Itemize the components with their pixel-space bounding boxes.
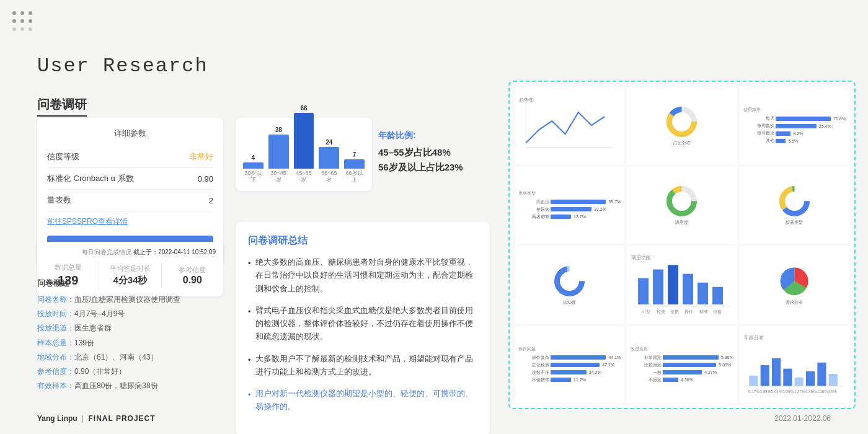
dots-decoration — [12, 11, 33, 32]
mini-bar-row: 糖尿病37.2% — [518, 206, 621, 213]
hbar3-title: 操作问题 — [518, 346, 621, 352]
bar-label-2: 45~55岁 — [294, 170, 314, 184]
svg-rect-15 — [638, 278, 649, 304]
mini-bar-fill — [776, 139, 786, 143]
chart-cell-hbar3: 操作问题 操作复杂44.1% 忘记检测47.2% 读数不准34.2% 不便携带1… — [515, 326, 624, 404]
bar-count-2: 66 — [300, 105, 307, 112]
svg-text:精准: 精准 — [699, 309, 708, 314]
spss-link[interactable]: 前往SPSSPRO查看详情 — [47, 216, 213, 227]
mini-bars-4: 改进意愿 非常愿意5.36% 比较愿意5.09% 一般4.27% 不愿意4.36… — [629, 345, 734, 384]
bar-chart-area: 4 30岁以下 38 30~45岁 66 45~55岁 24 56~65岁 7 — [243, 128, 365, 184]
summary-text-1: 臂式电子血压仪和指尖采血式血糖仪是绝大多数患者目前使用的检测仪器，整体评价体验较… — [255, 304, 477, 344]
svg-rect-17 — [668, 265, 678, 304]
summary-text-3: 用户对新一代检测仪器的期望是小型的、轻便的、可携带的、易操作的。 — [255, 388, 477, 414]
footer: Yang Linpu | FINAL PROJECT — [37, 414, 156, 423]
mini-bar-fill — [776, 117, 831, 121]
line-chart-svg: 趋势图 — [517, 89, 622, 162]
svg-rect-34 — [794, 377, 803, 386]
svg-rect-16 — [653, 270, 663, 304]
svg-text:3.9%: 3.9% — [828, 389, 837, 394]
footer-name: Yang Linpu — [37, 414, 78, 423]
svg-text:4.18%: 4.18% — [817, 389, 828, 394]
mini-bar-val: 44.1% — [608, 355, 621, 360]
bar-chart-panel: 4 30岁以下 38 30~45岁 66 45~55岁 24 56~65岁 7 — [236, 118, 372, 191]
mini-bar-fill — [776, 131, 791, 136]
mini-bar-label: 其他 — [743, 138, 774, 144]
bullet-0: • — [248, 257, 250, 270]
chart-cell-hbar4: 改进意愿 非常愿意5.36% 比较愿意5.09% 一般4.27% 不愿意4.36… — [627, 326, 737, 404]
mini-bar-label: 一般 — [631, 370, 662, 376]
stats-label: 每日问卷完成情况 — [82, 248, 131, 257]
mini-bar-label: 不便携带 — [518, 377, 549, 383]
pie-svg — [777, 264, 812, 298]
mini-bar-val: 25.4% — [819, 124, 831, 128]
mini-bar-row: 读数不准34.2% — [518, 370, 621, 376]
detail-panel-title: 详细参数 — [47, 128, 213, 139]
mini-bar-label: 比较愿意 — [631, 362, 662, 368]
detail-row-reliability: 信度等级 非常好 — [47, 146, 213, 168]
chart-cell-donut-green: 满意度 — [627, 167, 737, 244]
bar-count-4: 7 — [353, 151, 356, 158]
mini-bar-row: 不便携带11.7% — [518, 377, 621, 383]
mini-bar-fill — [551, 363, 600, 367]
age-info-title: 年龄比例: — [378, 130, 490, 141]
svg-text:价格: 价格 — [713, 309, 722, 314]
mini-bar-val: 71.8% — [833, 117, 846, 121]
mini-bar-fill — [663, 370, 702, 374]
mini-bar-fill — [551, 207, 591, 211]
svg-text:便携: 便携 — [671, 309, 680, 314]
reliability-value: 非常好 — [189, 151, 213, 162]
vbar-svg: 期望功能 小型 轻便 便携 操作 精准 价格 — [629, 249, 734, 321]
bar-fill-0 — [243, 162, 264, 169]
svg-rect-37 — [828, 374, 837, 386]
pie-label: 需求分布 — [786, 299, 803, 306]
mini-bar-row: 比较愿意5.09% — [631, 362, 733, 368]
bar-fill-4 — [344, 159, 365, 169]
mini-bar-row: 非常愿意5.36% — [631, 355, 733, 361]
donut-multi-label: 仪器类型 — [786, 219, 803, 226]
mini-bar-fill — [551, 378, 571, 382]
summary-item-3: • 用户对新一代检测仪器的期望是小型的、轻便的、可携带的、易操作的。 — [248, 388, 477, 414]
bar-item-2: 66 45~55岁 — [294, 105, 314, 184]
mini-bar-label: 高血压 — [518, 199, 549, 205]
mini-bar-row: 操作复杂44.1% — [518, 355, 621, 361]
donut-yellow-svg — [665, 105, 699, 139]
bullet-1: • — [248, 306, 250, 319]
mini-bar-row: 忘记检测47.2% — [518, 362, 621, 368]
mini-bar-row: 其他5.5% — [743, 138, 846, 144]
svg-text:年龄分布: 年龄分布 — [743, 334, 763, 340]
donut-yellow-label: 占比分布 — [673, 140, 691, 146]
bar-label-0: 30岁以下 — [243, 170, 264, 184]
mini-bar-fill — [551, 355, 606, 360]
mini-bar-row: 每月数次8.2% — [743, 130, 846, 136]
dot — [29, 27, 32, 31]
footer-date: 2022.01-2022.06 — [774, 414, 831, 423]
bar-item-1: 38 30~45岁 — [268, 126, 289, 184]
footer-project: FINAL PROJECT — [88, 414, 155, 423]
chart-cell-hbar1: 使用频率 每天71.8% 每周数次25.4% 每月数次8.2% 其他5.5% — [740, 87, 849, 164]
stats-header: 每日问卷完成情况 截止于：2022-04-11 10:52:09 — [37, 248, 223, 257]
hbar1-title: 使用频率 — [743, 107, 846, 113]
total-label: 数据总量 — [42, 263, 94, 272]
svg-text:6.17%: 6.17% — [748, 389, 760, 394]
mini-bar-row: 每天71.8% — [743, 115, 846, 122]
scale-value: 2 — [209, 196, 213, 205]
mini-bar-val: 59.7% — [608, 200, 621, 204]
chart-cell-donut-multi: 仪器类型 — [740, 167, 849, 244]
mini-bar-label: 读数不准 — [518, 370, 549, 376]
dot — [12, 11, 16, 15]
summary-item-1: • 臂式电子血压仪和指尖采血式血糖仪是绝大多数患者目前使用的检测仪器，整体评价体… — [248, 304, 477, 344]
dot — [20, 11, 24, 15]
dot — [20, 19, 24, 23]
vbar2-svg: 年龄分布 6.17% 5.98% 5.44% 5.09% 4.27% 4.36% — [742, 329, 847, 401]
mini-bar-val: 4.36% — [681, 378, 693, 382]
donut-blue-label: 认知度 — [563, 299, 576, 306]
summary-text-2: 大多数用户不了解最新的检测技术和产品，期望能对现有产品进行功能上和检测方式上的改… — [255, 353, 477, 379]
mini-bar-fill — [663, 363, 716, 367]
mini-bar-label: 每天 — [743, 115, 774, 122]
mini-bar-val: 11.7% — [574, 378, 586, 382]
bullet-2: • — [248, 354, 250, 367]
alpha-value: 0.90 — [198, 174, 213, 184]
svg-rect-36 — [817, 362, 826, 386]
stats-deadline: 截止于：2022-04-11 10:52:09 — [131, 248, 216, 257]
